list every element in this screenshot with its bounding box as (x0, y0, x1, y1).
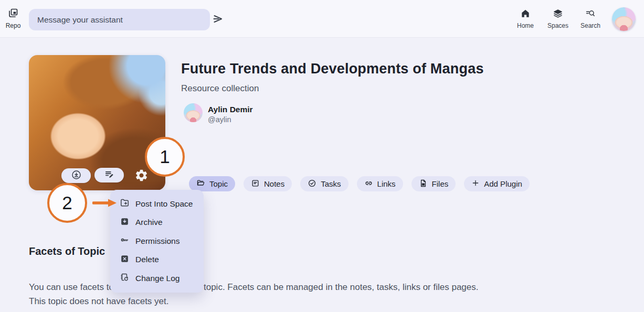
settings-gear-button[interactable] (133, 168, 150, 185)
add-plugin-label: Add Plugin (484, 179, 522, 188)
tab-topic-label: Topic (209, 179, 228, 188)
repo-label: Repo (6, 22, 21, 29)
menu-label-delete: Delete (135, 255, 159, 264)
tab-links-label: Links (377, 179, 396, 188)
menu-label-post-into-space: Post Into Space (135, 199, 193, 209)
top-navigation: Home Spaces (509, 0, 644, 38)
tab-files-label: Files (432, 179, 449, 188)
menu-label-archive: Archive (135, 218, 163, 227)
send-button[interactable] (210, 13, 225, 27)
tab-files[interactable]: Files (411, 176, 456, 191)
file-icon (419, 179, 428, 189)
assistant-input-placeholder: Message your assistant (37, 15, 123, 25)
tab-tasks-label: Tasks (321, 179, 341, 188)
annotation-arrow-icon (92, 198, 118, 210)
download-icon (71, 169, 82, 182)
gear-icon (134, 168, 149, 185)
tab-topic[interactable]: Topic (189, 176, 235, 191)
repo-icon (7, 7, 19, 21)
assistant-message-input[interactable]: Message your assistant (29, 9, 210, 30)
nav-search-label: Search (580, 22, 600, 29)
author-name: Aylin Demir (208, 105, 253, 114)
tab-links[interactable]: Links (357, 176, 403, 191)
page-title: Future Trends and Developments of Mangas (181, 61, 484, 77)
archive-icon (120, 217, 130, 229)
facets-description: You can use facets to group and structur… (29, 282, 559, 293)
menu-item-post-into-space[interactable]: Post Into Space (110, 195, 204, 213)
menu-item-archive[interactable]: Archive (110, 213, 204, 232)
plugin-tabs: Topic Notes Tasks (189, 176, 530, 191)
nav-search[interactable]: Search (574, 8, 607, 29)
app-screen: Repo Message your assistant Home (0, 0, 644, 312)
tab-notes[interactable]: Notes (244, 176, 292, 191)
nav-spaces[interactable]: Spaces (542, 8, 574, 29)
plus-icon (471, 179, 480, 189)
add-plugin-button[interactable]: Add Plugin (464, 176, 530, 191)
changelog-icon (120, 272, 130, 284)
author-avatar[interactable] (184, 103, 203, 122)
download-button[interactable] (61, 168, 91, 183)
menu-label-permissions: Permissions (135, 236, 180, 246)
annotation-step-2-number: 2 (62, 192, 72, 213)
link-icon (364, 179, 373, 189)
spaces-icon (553, 8, 563, 21)
repo-button[interactable]: Repo (1, 7, 25, 29)
nav-home-label: Home (517, 22, 534, 29)
menu-label-change-log: Change Log (135, 274, 180, 283)
nav-home[interactable]: Home (509, 8, 542, 29)
page-subtitle: Resource collection (181, 83, 259, 94)
folder-open-icon (196, 179, 205, 189)
annotation-step-1-number: 1 (160, 146, 170, 167)
menu-item-change-log[interactable]: Change Log (110, 269, 204, 288)
folder-plus-icon (120, 198, 130, 210)
search-icon (585, 8, 596, 21)
menu-item-permissions[interactable]: Permissions (110, 232, 204, 251)
user-avatar[interactable] (612, 7, 636, 31)
edit-button[interactable] (94, 168, 124, 182)
edit-list-icon (104, 169, 114, 181)
check-circle-icon (308, 179, 316, 189)
note-icon (251, 179, 260, 189)
tab-tasks[interactable]: Tasks (300, 176, 348, 191)
annotation-step-2: 2 (47, 183, 87, 223)
key-icon (120, 235, 130, 247)
delete-icon (120, 254, 130, 266)
annotation-step-1: 1 (145, 137, 185, 177)
menu-item-delete[interactable]: Delete (110, 251, 204, 270)
facets-heading: Facets of Topic (29, 245, 105, 257)
send-icon (212, 13, 224, 27)
topbar: Repo Message your assistant Home (0, 0, 644, 38)
facets-empty-state: This topic does not have facets yet. (29, 296, 559, 307)
nav-spaces-label: Spaces (547, 22, 568, 29)
tab-notes-label: Notes (264, 179, 284, 188)
author-handle: @aylin (208, 115, 231, 124)
settings-context-menu: Post Into Space Archive Permissions (110, 190, 204, 293)
home-icon (520, 8, 531, 21)
